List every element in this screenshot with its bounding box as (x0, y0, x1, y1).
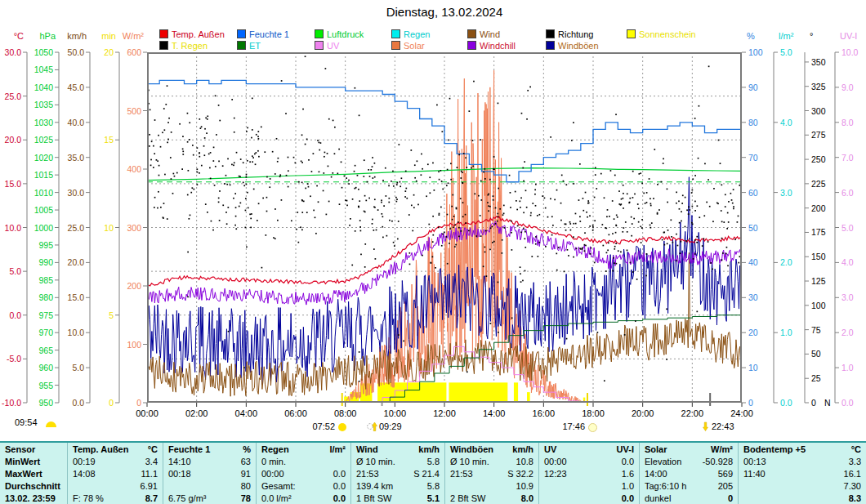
direction-dot (187, 141, 189, 143)
cell-label: Gesamt: (261, 481, 296, 491)
direction-dot (618, 250, 619, 252)
direction-dot (233, 164, 234, 166)
cell-label: 6.75 g/m³ (168, 493, 206, 503)
direction-dot (739, 185, 740, 186)
direction-dot (432, 163, 434, 164)
direction-dot (151, 140, 153, 142)
direction-dot (449, 243, 450, 244)
direction-dot (535, 243, 537, 245)
direction-dot (403, 341, 404, 342)
direction-dot (275, 208, 276, 210)
direction-dot (567, 249, 569, 251)
direction-dot (641, 182, 643, 184)
direction-dot (427, 163, 429, 165)
table-row-label: Durchschnitt (0, 479, 67, 492)
direction-dot (385, 167, 386, 169)
direction-dot (149, 145, 150, 147)
direction-dot (328, 118, 330, 120)
cell-label: Ø 10 min. (356, 457, 395, 466)
direction-dot (359, 114, 360, 116)
direction-dot (447, 169, 449, 171)
direction-dot (301, 229, 303, 230)
direction-dot (658, 209, 660, 211)
direction-dot (523, 228, 525, 230)
direction-dot (408, 214, 410, 216)
direction-dot (234, 193, 236, 194)
direction-dot (401, 177, 403, 179)
cell-label: 00:00 (544, 457, 567, 466)
direction-dot (296, 229, 297, 230)
cell-value: 0.0 (622, 457, 634, 466)
cell-label: 14:10 (168, 457, 191, 466)
direction-dot (227, 207, 229, 208)
direction-dot (428, 224, 430, 225)
direction-dot (628, 202, 630, 203)
direction-dot (432, 234, 434, 236)
direction-dot (681, 221, 682, 222)
direction-dot (272, 151, 274, 153)
direction-dot (620, 252, 622, 253)
direction-dot (474, 193, 475, 194)
direction-dot (352, 198, 354, 200)
col-unit: km/h (418, 444, 440, 454)
direction-dot (727, 265, 729, 266)
direction-dot (197, 172, 199, 173)
direction-dot (614, 262, 615, 264)
direction-dot (718, 140, 720, 141)
col-name: Windböen (450, 444, 493, 454)
direction-dot (698, 158, 699, 159)
table-cell: 0.0 (539, 492, 639, 504)
direction-dot (650, 203, 652, 205)
cell-value: S 21.4 (413, 469, 440, 479)
direction-dot (527, 90, 529, 91)
direction-dot (212, 230, 214, 231)
table-cell: Tag:6:10 h205 (640, 479, 738, 492)
direction-dot (414, 164, 416, 166)
direction-dot (627, 193, 628, 194)
direction-dot (456, 207, 458, 209)
direction-dot (468, 110, 470, 112)
direction-dot (432, 241, 434, 243)
cell-label: 0 min. (261, 457, 286, 466)
direction-dot (498, 282, 499, 283)
direction-dot (230, 184, 231, 185)
direction-dot (458, 227, 460, 229)
cell-value: 0.0 (333, 481, 346, 491)
direction-dot (587, 216, 588, 218)
direction-dot (344, 176, 346, 177)
direction-dot (667, 230, 669, 231)
direction-dot (623, 227, 624, 229)
direction-dot (358, 206, 359, 207)
direction-dot (327, 153, 328, 154)
direction-dot (422, 168, 423, 170)
direction-dot (266, 211, 268, 212)
direction-dot (364, 195, 366, 197)
direction-dot (257, 136, 259, 137)
direction-dot (575, 223, 577, 225)
direction-dot (219, 120, 221, 122)
cell-label: 0.0 l/m² (261, 493, 292, 503)
x-axis-label: 24:00 (725, 408, 758, 418)
direction-dot (721, 210, 722, 212)
direction-dot (561, 175, 563, 176)
col-name: Bodentemp +5 (743, 444, 806, 454)
table-col-header: Feuchte 1% (163, 443, 256, 455)
direction-dot (610, 170, 612, 172)
direction-dot (694, 239, 696, 241)
direction-dot (666, 359, 667, 360)
direction-dot (465, 214, 466, 216)
direction-dot (677, 245, 679, 247)
table-col-regen: Regenl/m²0 min.00:000.0Gesamt:0.00.0 l/m… (256, 443, 350, 504)
cell-value: S 32.2 (507, 469, 533, 479)
direction-dot (228, 331, 230, 332)
col-name: Regen (261, 444, 289, 454)
direction-dot (218, 198, 220, 199)
direction-dot (421, 154, 422, 155)
col-unit: UV-I (617, 444, 634, 454)
cell-value: 63 (241, 457, 251, 466)
direction-dot (609, 216, 610, 217)
row-label: Durchschnitt (5, 481, 60, 491)
direction-dot (364, 159, 365, 161)
direction-dot (224, 183, 225, 185)
direction-dot (480, 215, 481, 216)
